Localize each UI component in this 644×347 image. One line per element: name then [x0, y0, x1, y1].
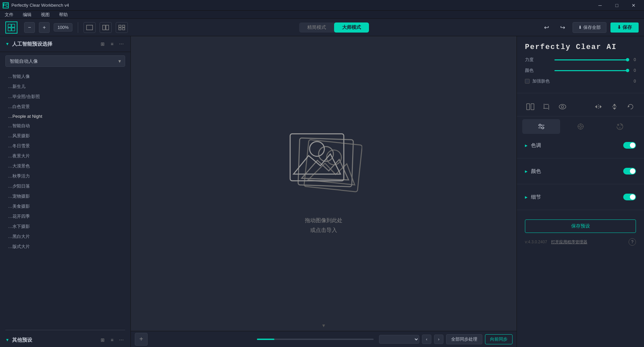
list-item[interactable]: …新生儿 — [0, 82, 130, 92]
right-panel-divider-1 — [517, 93, 644, 93]
list-item[interactable]: …风景摄影 — [0, 131, 130, 141]
save-preset-button[interactable]: 保存预设 — [525, 219, 636, 233]
strength-slider-thumb — [626, 58, 629, 61]
svg-rect-8 — [122, 25, 125, 27]
title-bar-left: FC Perfectly Clear Workbench v4 — [3, 2, 69, 8]
svg-rect-3 — [12, 28, 15, 31]
list-item[interactable]: …大漠景色 — [0, 161, 130, 171]
list-item[interactable]: …智能自动 — [0, 121, 130, 131]
enhance-skin-value: 0 — [634, 79, 636, 84]
preview-icon[interactable] — [557, 101, 568, 112]
right-panel-tabs — [517, 116, 644, 137]
list-item[interactable]: …花开四季 — [0, 211, 130, 221]
list-item[interactable]: …毕业照/合影照 — [0, 92, 130, 102]
menu-file[interactable]: 文件 — [3, 11, 15, 18]
expert-mode-button[interactable]: 大师模式 — [334, 22, 369, 33]
rotate-icon[interactable] — [625, 101, 636, 112]
svg-rect-6 — [106, 25, 109, 30]
crop-icon[interactable] — [541, 101, 552, 112]
list-item[interactable]: …黑白大片 — [0, 232, 130, 242]
ai-presets-title: 人工智能预设选择 — [12, 41, 99, 47]
grid-view-button[interactable]: ⊞ — [99, 40, 106, 48]
svg-marker-30 — [600, 105, 602, 108]
other-grid-view-button[interactable]: ⊞ — [99, 336, 106, 344]
progress-bar — [257, 339, 374, 340]
toolbar-logo — [5, 21, 17, 34]
color-toggle-knob — [630, 168, 635, 174]
zoom-out-button[interactable]: − — [24, 22, 35, 33]
zoom-in-button[interactable]: + — [39, 22, 50, 33]
list-item[interactable]: …夕阳日落 — [0, 181, 130, 191]
preset-dropdown[interactable]: 智能自动人像 — [5, 55, 125, 67]
list-item[interactable]: …美食摄影 — [0, 201, 130, 211]
help-button[interactable]: ? — [629, 238, 636, 246]
tab-adjustments[interactable] — [522, 119, 560, 134]
tab-effects[interactable] — [561, 119, 599, 134]
flip-vertical-icon[interactable] — [609, 101, 620, 112]
thumbnail-strip: + — [135, 333, 252, 346]
split-view-icon[interactable] — [525, 101, 536, 112]
redo-button[interactable]: ↪ — [556, 22, 569, 33]
menu-edit[interactable]: 编辑 — [21, 11, 34, 18]
detail-accordion-header[interactable]: ▶ 细节 — [517, 190, 644, 204]
flip-horizontal-icon[interactable] — [593, 101, 604, 112]
svg-point-27 — [561, 106, 564, 108]
sync-all-button[interactable]: 全部同步处理 — [446, 334, 482, 344]
strength-slider[interactable] — [554, 59, 628, 60]
maximize-button[interactable]: □ — [609, 0, 625, 11]
other-list-view-button[interactable]: ≡ — [108, 336, 116, 344]
list-item[interactable]: …夜景大片 — [0, 151, 130, 161]
minimize-button[interactable]: ─ — [592, 0, 608, 11]
close-button[interactable]: ✕ — [626, 0, 641, 11]
list-item[interactable]: …白色背景 — [0, 102, 130, 112]
list-item[interactable]: …宠物摄影 — [0, 191, 130, 201]
color-label: 颜色 — [525, 67, 552, 73]
menu-help[interactable]: 帮助 — [57, 11, 70, 18]
list-item[interactable]: …智能人像 — [0, 71, 130, 82]
list-item[interactable]: …版式大片 — [0, 242, 130, 252]
undo-button[interactable]: ↩ — [540, 22, 552, 33]
window-controls: ─ □ ✕ — [592, 0, 641, 11]
menu-view[interactable]: 视图 — [39, 11, 52, 18]
bottom-preset-select[interactable] — [379, 335, 419, 344]
color-slider[interactable] — [554, 70, 628, 71]
right-panel-divider-3 — [517, 184, 644, 184]
toolbar-separator-1 — [78, 22, 78, 33]
color-arrow-icon: ▶ — [525, 169, 528, 173]
view-quad-button[interactable] — [116, 22, 128, 33]
list-view-button[interactable]: ≡ — [108, 40, 116, 48]
right-panel-divider-4 — [517, 210, 644, 210]
add-image-button[interactable]: + — [135, 333, 148, 346]
view-split-button[interactable] — [100, 22, 112, 33]
ai-panel-title: Perfectly Clear AI — [517, 36, 644, 57]
more-options-button[interactable]: ⋯ — [118, 40, 125, 48]
save-all-button[interactable]: ⬇ 保存全部 — [573, 22, 606, 33]
detail-toggle-knob — [630, 194, 635, 200]
color-toggle[interactable] — [623, 168, 636, 175]
tab-color[interactable] — [601, 119, 639, 134]
next-image-button[interactable]: › — [434, 335, 443, 344]
svg-marker-32 — [613, 104, 616, 106]
simple-mode-button[interactable]: 精简模式 — [299, 22, 334, 33]
svg-marker-33 — [613, 108, 616, 110]
save-button[interactable]: ⬇ 保存 — [610, 22, 639, 33]
app-manager-link[interactable]: 打开应用程序管理器 — [551, 239, 587, 245]
tone-arrow-icon: ▶ — [525, 144, 528, 147]
enhance-skin-checkbox[interactable] — [525, 79, 530, 84]
tone-toggle[interactable] — [623, 142, 636, 149]
detail-toggle[interactable] — [623, 194, 636, 200]
list-item[interactable]: …秋季活力 — [0, 171, 130, 181]
canvas-drop-zone[interactable]: 拖动图像到此处 或点击导入 — [131, 36, 517, 331]
list-item[interactable]: …水下摄影 — [0, 221, 130, 232]
prev-image-button[interactable]: ‹ — [422, 335, 431, 344]
color-accordion-header[interactable]: ▶ 颜色 — [517, 164, 644, 179]
svg-point-36 — [539, 124, 541, 126]
other-more-options-button[interactable]: ⋯ — [118, 336, 125, 344]
list-item[interactable]: …People at Night — [0, 112, 130, 121]
panel-divider — [5, 330, 125, 330]
tone-accordion-header[interactable]: ▶ 色调 — [517, 138, 644, 153]
svg-rect-7 — [119, 25, 121, 27]
forward-sync-button[interactable]: 向前同步 — [485, 334, 513, 344]
view-single-button[interactable] — [84, 22, 96, 33]
list-item[interactable]: …冬日雪景 — [0, 141, 130, 151]
